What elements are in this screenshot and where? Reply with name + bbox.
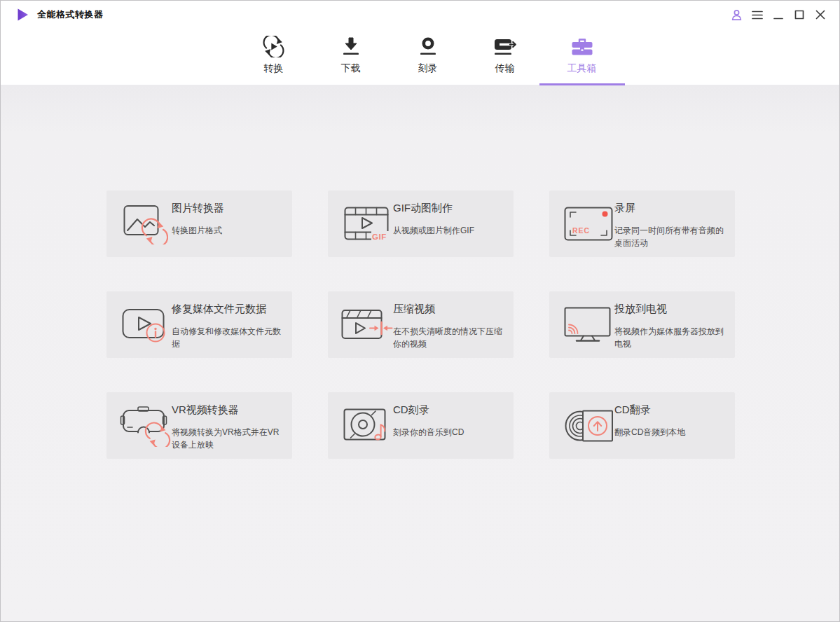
fix-metadata-icon bbox=[118, 291, 174, 358]
cd-burn-icon bbox=[339, 392, 395, 459]
cast-to-tv-icon bbox=[560, 291, 617, 358]
account-icon[interactable] bbox=[726, 5, 747, 25]
tab-burn[interactable]: 刻录 bbox=[399, 29, 457, 85]
toolbox-icon bbox=[570, 35, 594, 57]
card-screen-record[interactable]: REC 录屏 记录同一时间所有带有音频的桌面活动 bbox=[549, 191, 735, 257]
maximize-button[interactable] bbox=[789, 5, 810, 25]
card-title: 图片转换器 bbox=[172, 202, 285, 214]
transfer-icon bbox=[493, 35, 517, 57]
card-subtitle: 翻录CD音频到本地 bbox=[614, 426, 728, 438]
card-subtitle: 记录同一时间所有带有音频的桌面活动 bbox=[614, 224, 728, 249]
main-content: 图片转换器 转换图片格式 GIF GIF动图制 bbox=[1, 85, 839, 621]
card-title: CD刻录 bbox=[393, 404, 507, 415]
title-bar: 全能格式转换器 bbox=[1, 1, 839, 29]
close-button[interactable] bbox=[810, 5, 831, 25]
tab-label: 下载 bbox=[341, 62, 361, 75]
card-vr-converter[interactable]: VR视频转换器 将视频转换为VR格式并在VR设备上放映 bbox=[106, 392, 292, 459]
convert-icon bbox=[263, 35, 284, 57]
tab-transfer[interactable]: 传输 bbox=[476, 29, 535, 85]
app-title: 全能格式转换器 bbox=[37, 8, 104, 21]
card-title: GIF动图制作 bbox=[393, 202, 507, 214]
card-fix-metadata[interactable]: 修复媒体文件元数据 自动修复和修改媒体文件元数据 bbox=[106, 291, 292, 358]
vr-converter-icon bbox=[118, 392, 174, 459]
cd-rip-icon bbox=[560, 392, 617, 459]
card-gif-maker[interactable]: GIF GIF动图制作 从视频或图片制作GIF bbox=[328, 191, 514, 257]
download-icon bbox=[340, 35, 362, 57]
rec-icon-label: REC bbox=[572, 226, 590, 235]
card-title: 投放到电视 bbox=[614, 303, 728, 315]
minimize-button[interactable] bbox=[768, 5, 789, 25]
card-subtitle: 将视频作为媒体服务器投放到电视 bbox=[614, 325, 728, 350]
tab-label: 工具箱 bbox=[567, 62, 597, 75]
card-image-converter[interactable]: 图片转换器 转换图片格式 bbox=[106, 191, 292, 257]
tab-label: 传输 bbox=[495, 62, 515, 75]
tab-label: 转换 bbox=[264, 62, 284, 75]
gif-icon-label: GIF bbox=[372, 232, 387, 240]
card-subtitle: 在不损失清晰度的情况下压缩你的视频 bbox=[393, 325, 507, 350]
app-window: 全能格式转换器 bbox=[0, 0, 840, 622]
screen-record-icon: REC bbox=[560, 191, 617, 257]
tab-download[interactable]: 下载 bbox=[322, 29, 380, 85]
card-title: 压缩视频 bbox=[393, 303, 507, 315]
toolbox-grid: 图片转换器 转换图片格式 GIF GIF动图制 bbox=[106, 191, 735, 459]
main-nav: 转换 下载 刻录 bbox=[1, 29, 839, 85]
tab-label: 刻录 bbox=[418, 62, 438, 75]
card-cd-rip[interactable]: CD翻录 翻录CD音频到本地 bbox=[549, 392, 735, 459]
card-subtitle: 刻录你的音乐到CD bbox=[393, 426, 507, 438]
compress-video-icon bbox=[339, 291, 395, 358]
card-subtitle: 自动修复和修改媒体文件元数据 bbox=[172, 325, 285, 350]
card-title: 录屏 bbox=[614, 202, 728, 214]
card-title: VR视频转换器 bbox=[172, 404, 285, 415]
card-compress-video[interactable]: 压缩视频 在不损失清晰度的情况下压缩你的视频 bbox=[328, 291, 514, 358]
card-cast-to-tv[interactable]: 投放到电视 将视频作为媒体服务器投放到电视 bbox=[549, 291, 735, 358]
card-title: CD翻录 bbox=[614, 404, 728, 415]
tab-toolbox[interactable]: 工具箱 bbox=[553, 29, 612, 85]
app-logo-icon bbox=[16, 8, 29, 22]
gif-maker-icon: GIF bbox=[339, 191, 395, 257]
burn-disc-icon bbox=[418, 35, 439, 57]
card-subtitle: 转换图片格式 bbox=[172, 224, 285, 237]
image-converter-icon bbox=[118, 191, 174, 257]
card-title: 修复媒体文件元数据 bbox=[172, 303, 285, 315]
tab-convert[interactable]: 转换 bbox=[245, 29, 303, 85]
card-subtitle: 将视频转换为VR格式并在VR设备上放映 bbox=[172, 426, 285, 451]
card-cd-burn[interactable]: CD刻录 刻录你的音乐到CD bbox=[328, 392, 514, 459]
window-controls bbox=[726, 5, 831, 25]
card-subtitle: 从视频或图片制作GIF bbox=[393, 224, 507, 237]
menu-icon[interactable] bbox=[747, 5, 768, 25]
